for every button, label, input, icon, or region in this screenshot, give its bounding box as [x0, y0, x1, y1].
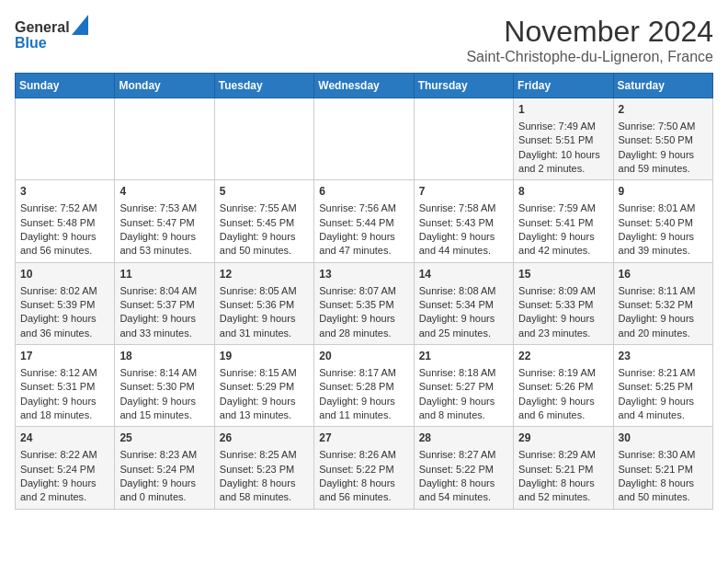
cell-content-line: Daylight: 9 hours [319, 312, 408, 326]
cell-content-line: and 54 minutes. [419, 490, 508, 504]
cell-content-line: Sunrise: 7:59 AM [518, 201, 608, 215]
calendar-cell [314, 98, 414, 180]
calendar-week-row: 3Sunrise: 7:52 AMSunset: 5:48 PMDaylight… [16, 180, 713, 262]
cell-content-line: Daylight: 9 hours [419, 395, 508, 408]
cell-content-line: Daylight: 9 hours [220, 312, 309, 326]
cell-content-line: Daylight: 8 hours [319, 477, 408, 490]
calendar-cell: 7Sunrise: 7:58 AMSunset: 5:43 PMDaylight… [414, 180, 513, 262]
cell-content-line: and 59 minutes. [619, 162, 708, 176]
calendar-cell [16, 98, 115, 180]
calendar-cell [115, 98, 214, 180]
cell-content-line: Sunset: 5:43 PM [419, 216, 508, 230]
logo: General Blue [15, 15, 88, 52]
cell-content-line: Daylight: 9 hours [119, 230, 209, 244]
page-title: November 2024 [466, 15, 713, 49]
cell-content-line: and 36 minutes. [20, 327, 109, 340]
cell-content-line: and 47 minutes. [319, 244, 408, 258]
title-block: November 2024 Saint-Christophe-du-Ligner… [466, 15, 713, 65]
cell-content-line: Daylight: 9 hours [119, 477, 209, 490]
day-number: 15 [518, 267, 608, 282]
cell-content-line: and 11 minutes. [319, 408, 408, 422]
cell-content-line: Sunset: 5:50 PM [619, 133, 708, 147]
calendar-cell: 16Sunrise: 8:11 AMSunset: 5:32 PMDayligh… [613, 262, 712, 344]
cell-content-line: and 18 minutes. [20, 408, 109, 422]
cell-content-line: Daylight: 9 hours [619, 312, 708, 326]
cell-content-line: Daylight: 9 hours [20, 477, 109, 490]
cell-content-line: and 56 minutes. [20, 244, 109, 258]
cell-content-line: and 39 minutes. [619, 244, 708, 258]
cell-content-line: Daylight: 9 hours [220, 395, 309, 408]
cell-content-line: Sunset: 5:37 PM [119, 298, 209, 312]
day-number: 10 [20, 267, 109, 282]
cell-content-line: Daylight: 8 hours [419, 477, 508, 490]
calendar-cell: 13Sunrise: 8:07 AMSunset: 5:35 PMDayligh… [314, 262, 414, 344]
cell-content-line: Daylight: 8 hours [220, 477, 309, 490]
calendar-day-header: Tuesday [214, 74, 313, 98]
cell-content-line: Daylight: 9 hours [119, 395, 209, 408]
calendar-cell: 22Sunrise: 8:19 AMSunset: 5:26 PMDayligh… [514, 345, 613, 427]
cell-content-line: and 53 minutes. [119, 244, 209, 258]
cell-content-line: Sunrise: 8:27 AM [419, 448, 508, 462]
calendar-cell: 23Sunrise: 8:21 AMSunset: 5:25 PMDayligh… [613, 345, 712, 427]
calendar-cell: 11Sunrise: 8:04 AMSunset: 5:37 PMDayligh… [115, 262, 214, 344]
calendar-cell: 5Sunrise: 7:55 AMSunset: 5:45 PMDaylight… [214, 180, 313, 262]
cell-content-line: Sunrise: 8:23 AM [119, 448, 209, 462]
calendar-cell [214, 98, 313, 180]
calendar-cell: 20Sunrise: 8:17 AMSunset: 5:28 PMDayligh… [314, 345, 414, 427]
calendar-day-header: Monday [115, 74, 214, 98]
cell-content-line: Daylight: 9 hours [619, 230, 708, 244]
cell-content-line: and 0 minutes. [119, 490, 209, 504]
day-number: 17 [20, 349, 109, 364]
cell-content-line: and 33 minutes. [119, 327, 209, 340]
cell-content-line: Sunset: 5:23 PM [220, 463, 309, 477]
cell-content-line: and 50 minutes. [220, 244, 309, 258]
cell-content-line: Sunrise: 7:49 AM [518, 120, 608, 133]
cell-content-line: and 44 minutes. [419, 244, 508, 258]
calendar-cell: 24Sunrise: 8:22 AMSunset: 5:24 PMDayligh… [16, 427, 115, 509]
day-number: 14 [419, 267, 508, 282]
cell-content-line: and 42 minutes. [518, 244, 608, 258]
logo-general-text: General [15, 20, 70, 35]
day-number: 25 [119, 431, 209, 446]
cell-content-line: Daylight: 9 hours [518, 230, 608, 244]
cell-content-line: Daylight: 10 hours [518, 148, 608, 162]
calendar-cell: 14Sunrise: 8:08 AMSunset: 5:34 PMDayligh… [414, 262, 513, 344]
cell-content-line: and 25 minutes. [419, 327, 508, 340]
calendar-cell: 28Sunrise: 8:27 AMSunset: 5:22 PMDayligh… [414, 427, 513, 509]
calendar-cell: 30Sunrise: 8:30 AMSunset: 5:21 PMDayligh… [613, 427, 712, 509]
cell-content-line: Daylight: 9 hours [419, 312, 508, 326]
cell-content-line: Daylight: 9 hours [619, 395, 708, 408]
cell-content-line: Sunrise: 8:26 AM [319, 448, 408, 462]
cell-content-line: Daylight: 8 hours [619, 477, 708, 490]
calendar-table: SundayMondayTuesdayWednesdayThursdayFrid… [15, 73, 713, 510]
cell-content-line: Sunset: 5:31 PM [20, 380, 109, 394]
cell-content-line: Sunset: 5:45 PM [220, 216, 309, 230]
day-number: 4 [119, 184, 209, 200]
logo-blue-text: Blue [15, 35, 47, 52]
day-number: 8 [518, 184, 608, 200]
day-number: 6 [319, 184, 408, 200]
cell-content-line: Sunrise: 7:58 AM [419, 201, 508, 215]
cell-content-line: Sunset: 5:40 PM [619, 216, 708, 230]
calendar-day-header: Thursday [414, 74, 513, 98]
calendar-header-row: SundayMondayTuesdayWednesdayThursdayFrid… [16, 74, 713, 98]
cell-content-line: and 31 minutes. [220, 327, 309, 340]
cell-content-line: and 28 minutes. [319, 327, 408, 340]
cell-content-line: and 13 minutes. [220, 408, 309, 422]
day-number: 30 [619, 431, 708, 446]
cell-content-line: Sunrise: 8:17 AM [319, 366, 408, 380]
cell-content-line: Daylight: 9 hours [518, 395, 608, 408]
cell-content-line: Sunset: 5:22 PM [419, 463, 508, 477]
calendar-cell: 2Sunrise: 7:50 AMSunset: 5:50 PMDaylight… [613, 98, 712, 180]
cell-content-line: and 15 minutes. [119, 408, 209, 422]
day-number: 9 [619, 184, 708, 200]
cell-content-line: and 8 minutes. [419, 408, 508, 422]
cell-content-line: Daylight: 9 hours [319, 395, 408, 408]
cell-content-line: and 2 minutes. [518, 162, 608, 176]
cell-content-line: Daylight: 9 hours [319, 230, 408, 244]
cell-content-line: and 58 minutes. [220, 490, 309, 504]
cell-content-line: Sunset: 5:35 PM [319, 298, 408, 312]
day-number: 18 [119, 349, 209, 364]
calendar-cell: 4Sunrise: 7:53 AMSunset: 5:47 PMDaylight… [115, 180, 214, 262]
calendar-week-row: 17Sunrise: 8:12 AMSunset: 5:31 PMDayligh… [16, 345, 713, 427]
